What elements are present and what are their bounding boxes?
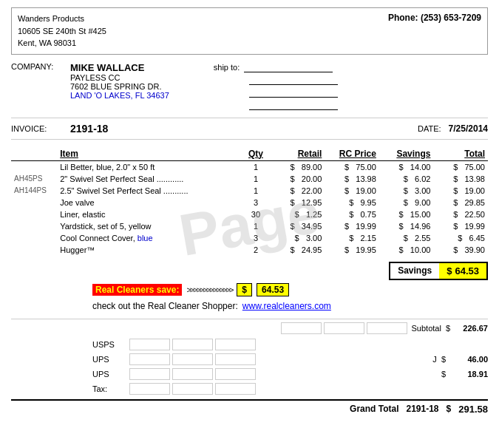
- shipping-row: UPS $ 18.91: [11, 367, 488, 381]
- row-item: Cool Connect Cover, blue: [57, 232, 241, 244]
- subtotal-box1: [281, 322, 322, 334]
- shipping-amount: 18.91: [455, 370, 488, 379]
- grand-total-amount: 291.58: [458, 404, 488, 415]
- row-sku: [11, 232, 57, 244]
- shipping-box3: [215, 383, 256, 395]
- row-savings: $ 9.00: [379, 197, 434, 208]
- row-qty: 2: [241, 244, 271, 256]
- subtotal-box3: [367, 322, 407, 334]
- subtotal-amount: 226.67: [455, 324, 488, 333]
- shipping-box2: [172, 383, 213, 395]
- company-name: Wanders Products: [18, 13, 106, 25]
- checkout-text: check out the Real Cleaner Shopper:: [92, 301, 238, 311]
- rc-amount: 64.53: [257, 283, 289, 296]
- bill-line2: PAYLESS CC: [70, 73, 169, 82]
- company-info: Wanders Products 10605 SE 240th St #425 …: [18, 13, 106, 50]
- row-savings: $ 14.96: [379, 220, 434, 232]
- savings-box: Savings $ 64.53: [389, 262, 488, 280]
- row-sku: [11, 244, 57, 256]
- table-row: AH144PS 2.5" Swivel Set Perfect Seal ...…: [11, 185, 488, 197]
- ship-to-field1: [244, 62, 333, 72]
- shipping-box3: [215, 368, 256, 380]
- bill-ship-section: COMPANY: MIKE WALLACE PAYLESS CC 7602 BL…: [11, 62, 488, 110]
- shipping-dollar: $: [441, 355, 455, 364]
- shipping-amount: 46.00: [455, 355, 488, 364]
- savings-box-value: $ 64.53: [439, 263, 486, 279]
- phone-label: Phone:: [388, 13, 418, 23]
- row-retail: $ 12.95: [271, 197, 325, 208]
- row-total: $ 39.90: [433, 244, 488, 256]
- savings-box-label: Savings: [390, 263, 439, 279]
- shipping-row: USPS: [11, 337, 488, 352]
- shipping-boxes: [129, 368, 428, 380]
- row-item: Joe valve: [57, 197, 241, 208]
- table-row: Cool Connect Cover, blue 3 $ 3.00 $ 2.15…: [11, 232, 488, 244]
- row-retail: $ 24.95: [271, 244, 325, 256]
- shipping-box3: [215, 339, 256, 350]
- table-row: Lil Better, blue, 2.0" x 50 ft 1 $ 89.00…: [11, 160, 488, 173]
- rc-dollar: $: [237, 283, 252, 296]
- col-header-item: Item: [57, 147, 241, 161]
- date-label: DATE:: [418, 124, 441, 133]
- bill-line4: LAND 'O LAKES, FL 34637: [70, 91, 169, 100]
- row-item: 2.5" Swivel Set Perfect Seal ...........: [57, 185, 241, 197]
- shipping-box2: [172, 353, 213, 365]
- row-item: Hugger™: [57, 244, 241, 256]
- shipping-section: USPS UPS J $ 46.00 UPS: [11, 337, 488, 396]
- row-rcprice: $ 9.95: [325, 197, 379, 208]
- row-total: $ 6.45: [433, 232, 488, 244]
- row-total: $ 19.99: [433, 220, 488, 232]
- ship-to-label: ship to:: [214, 63, 240, 72]
- row-sku: [11, 197, 57, 208]
- shipping-box3: [215, 353, 256, 365]
- row-total: $ 13.98: [433, 173, 488, 185]
- bill-line3: 7602 BLUE SPRING DR.: [70, 82, 169, 91]
- checkout-row: check out the Real Cleaner Shopper: www.…: [92, 301, 488, 311]
- col-header-savings: Savings: [379, 147, 434, 161]
- shipping-label: USPS: [11, 340, 129, 349]
- subtotal-box2: [324, 322, 364, 334]
- rc-arrows: >>>>>>>>>>>>>>: [186, 285, 232, 294]
- company-label: COMPANY:: [11, 62, 70, 71]
- phone-number: (253) 653-7209: [421, 13, 481, 23]
- ship-to-field2: [249, 75, 338, 85]
- grand-total-dollar: $: [447, 404, 452, 414]
- shipping-dollar: $: [441, 370, 455, 379]
- grand-total-label: Grand Total: [350, 404, 398, 414]
- row-savings: $ 2.55: [379, 232, 434, 244]
- row-item: Liner, elastic: [57, 208, 241, 220]
- shipping-label: UPS: [11, 370, 129, 379]
- row-retail: $ 89.00: [271, 160, 325, 173]
- row-sku: AH45PS: [11, 173, 57, 185]
- row-savings: $ 15.00: [379, 208, 434, 220]
- row-retail: $ 34.95: [271, 220, 325, 232]
- row-rcprice: $ 0.75: [325, 208, 379, 220]
- ship-to-row: ship to:: [214, 62, 338, 72]
- grand-total-row: Grand Total 2191-18 $ 291.58: [11, 399, 488, 415]
- row-savings: $ 3.00: [379, 185, 434, 197]
- row-qty: 1: [241, 173, 271, 185]
- shipping-box2: [172, 339, 213, 350]
- row-savings: $ 10.00: [379, 244, 434, 256]
- rc-link[interactable]: www.realcleaners.com: [242, 301, 331, 311]
- table-row: AH45PS 2" Swivel Set Perfect Seal ......…: [11, 173, 488, 185]
- savings-amount: 64.53: [455, 265, 479, 276]
- ship-to-field4: [249, 100, 338, 110]
- invoice-label: INVOICE:: [11, 124, 70, 133]
- shipping-label: UPS: [11, 355, 129, 364]
- shipping-j: J: [428, 355, 441, 364]
- invoice-row: INVOICE: 2191-18 DATE: 7/25/2014: [11, 118, 488, 140]
- row-rcprice: $ 75.00: [325, 160, 379, 173]
- subtotal-label: Subtotal: [412, 324, 441, 333]
- shipping-boxes: [129, 353, 428, 365]
- subtotal-input-boxes: [281, 322, 407, 334]
- subtotal-dollar: $: [446, 324, 450, 333]
- grand-total-invoice: 2191-18: [407, 404, 439, 414]
- items-table: Item Qty Retail RC Price Savings Total L…: [11, 147, 488, 256]
- row-total: $ 19.00: [433, 185, 488, 197]
- row-total: $ 75.00: [433, 160, 488, 173]
- row-item: Lil Better, blue, 2.0" x 50 ft: [57, 160, 241, 173]
- row-sku: [11, 160, 57, 173]
- row-rcprice: $ 19.99: [325, 220, 379, 232]
- row-qty: 3: [241, 197, 271, 208]
